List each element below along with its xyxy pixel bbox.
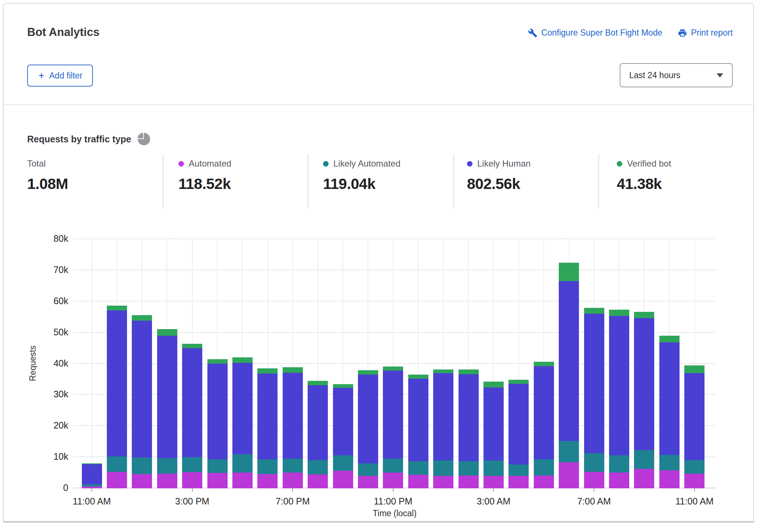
- bar-segment-verified-bot[interactable]: [82, 463, 102, 464]
- bar-segment-likely-human[interactable]: [634, 318, 654, 450]
- bar-segment-likely-automated[interactable]: [107, 456, 127, 471]
- bar-segment-likely-automated[interactable]: [559, 441, 579, 462]
- bar-segment-likely-human[interactable]: [584, 314, 604, 453]
- bar-segment-likely-human[interactable]: [333, 388, 353, 456]
- bar-segment-verified-bot[interactable]: [609, 310, 629, 316]
- bar-segment-automated[interactable]: [82, 486, 102, 488]
- bar-segment-likely-human[interactable]: [433, 373, 453, 460]
- bar-segment-automated[interactable]: [283, 473, 303, 488]
- bar-segment-likely-human[interactable]: [383, 370, 403, 459]
- bar-segment-verified-bot[interactable]: [157, 329, 177, 336]
- bar-segment-verified-bot[interactable]: [634, 312, 654, 318]
- bar-segment-likely-automated[interactable]: [584, 453, 604, 472]
- bar-segment-automated[interactable]: [232, 473, 253, 488]
- bar-segment-likely-human[interactable]: [207, 364, 228, 459]
- bar-segment-likely-human[interactable]: [132, 320, 152, 458]
- bar-segment-likely-automated[interactable]: [132, 458, 152, 474]
- bar-segment-verified-bot[interactable]: [283, 367, 303, 373]
- bar-segment-likely-automated[interactable]: [433, 460, 453, 475]
- bar-segment-verified-bot[interactable]: [433, 369, 453, 373]
- bar-segment-verified-bot[interactable]: [207, 359, 228, 364]
- bar-segment-automated[interactable]: [207, 473, 228, 488]
- bar-segment-verified-bot[interactable]: [508, 380, 529, 384]
- bar-segment-likely-human[interactable]: [659, 342, 680, 455]
- bar-segment-verified-bot[interactable]: [182, 344, 202, 348]
- bar-segment-automated[interactable]: [257, 474, 278, 488]
- bar-segment-likely-human[interactable]: [483, 387, 504, 460]
- bar-segment-automated[interactable]: [383, 473, 403, 488]
- bar-segment-verified-bot[interactable]: [659, 336, 680, 342]
- bar-segment-verified-bot[interactable]: [408, 375, 428, 379]
- bar-segment-verified-bot[interactable]: [383, 367, 403, 371]
- bar-segment-likely-human[interactable]: [459, 374, 479, 461]
- bar-segment-likely-automated[interactable]: [333, 455, 353, 471]
- bar-segment-likely-automated[interactable]: [157, 458, 177, 474]
- bar-segment-automated[interactable]: [609, 473, 629, 488]
- bar-segment-verified-bot[interactable]: [333, 384, 353, 388]
- bar-segment-likely-automated[interactable]: [383, 458, 403, 473]
- bar-segment-automated[interactable]: [534, 475, 554, 488]
- bar-segment-verified-bot[interactable]: [584, 308, 604, 314]
- bar-segment-likely-human[interactable]: [508, 384, 529, 464]
- bar-segment-likely-automated[interactable]: [232, 454, 253, 473]
- bar-segment-automated[interactable]: [182, 472, 202, 488]
- bar-segment-automated[interactable]: [659, 470, 680, 488]
- bar-segment-likely-human[interactable]: [358, 374, 378, 463]
- time-range-dropdown[interactable]: Last 24 hours: [620, 63, 733, 87]
- bar-segment-verified-bot[interactable]: [559, 263, 579, 281]
- bar-segment-likely-automated[interactable]: [283, 458, 303, 473]
- bar-segment-automated[interactable]: [559, 462, 579, 488]
- print-report-link[interactable]: Print report: [678, 28, 733, 38]
- bar-segment-automated[interactable]: [408, 475, 428, 488]
- bar-segment-verified-bot[interactable]: [358, 370, 378, 375]
- bar-segment-likely-human[interactable]: [408, 378, 428, 461]
- bar-segment-likely-human[interactable]: [308, 385, 328, 460]
- bar-segment-automated[interactable]: [333, 470, 353, 488]
- bar-segment-automated[interactable]: [483, 476, 504, 488]
- bar-segment-likely-automated[interactable]: [508, 464, 529, 476]
- bar-segment-automated[interactable]: [308, 474, 328, 488]
- bar-segment-likely-automated[interactable]: [207, 459, 228, 473]
- bar-segment-verified-bot[interactable]: [483, 382, 504, 388]
- bar-segment-likely-human[interactable]: [182, 348, 202, 457]
- bar-segment-likely-human[interactable]: [559, 281, 579, 441]
- bar-segment-likely-automated[interactable]: [358, 463, 378, 476]
- bar-segment-likely-automated[interactable]: [408, 461, 428, 475]
- add-filter-button[interactable]: Add filter: [27, 65, 93, 87]
- bar-segment-automated[interactable]: [584, 471, 604, 488]
- bar-segment-verified-bot[interactable]: [132, 315, 152, 321]
- bar-segment-verified-bot[interactable]: [257, 368, 278, 374]
- bar-segment-likely-automated[interactable]: [82, 484, 102, 487]
- bar-segment-likely-automated[interactable]: [659, 455, 680, 470]
- bar-segment-likely-human[interactable]: [232, 363, 253, 454]
- bar-segment-likely-automated[interactable]: [459, 461, 479, 475]
- bar-segment-automated[interactable]: [433, 475, 453, 488]
- bar-segment-likely-human[interactable]: [684, 373, 705, 460]
- bar-segment-automated[interactable]: [508, 475, 529, 488]
- bar-segment-automated[interactable]: [358, 476, 378, 488]
- bar-segment-likely-human[interactable]: [257, 374, 278, 459]
- bar-segment-automated[interactable]: [634, 469, 654, 488]
- bar-segment-automated[interactable]: [132, 474, 152, 488]
- bar-segment-likely-automated[interactable]: [308, 460, 328, 475]
- bar-segment-verified-bot[interactable]: [107, 306, 127, 310]
- bar-segment-likely-automated[interactable]: [684, 460, 705, 474]
- bar-segment-likely-human[interactable]: [157, 335, 177, 458]
- bar-segment-likely-automated[interactable]: [182, 457, 202, 472]
- bar-segment-verified-bot[interactable]: [684, 365, 705, 374]
- configure-super-bot-fight-mode-link[interactable]: Configure Super Bot Fight Mode: [528, 28, 662, 38]
- bar-segment-verified-bot[interactable]: [459, 369, 479, 374]
- bar-segment-verified-bot[interactable]: [232, 357, 253, 363]
- bar-segment-likely-human[interactable]: [534, 366, 554, 459]
- bar-segment-automated[interactable]: [157, 473, 177, 488]
- bar-segment-likely-automated[interactable]: [634, 450, 654, 469]
- bar-segment-likely-automated[interactable]: [257, 459, 278, 474]
- bar-segment-likely-human[interactable]: [609, 316, 629, 456]
- bar-segment-likely-human[interactable]: [283, 372, 303, 459]
- bar-segment-likely-automated[interactable]: [609, 455, 629, 473]
- bar-segment-automated[interactable]: [684, 473, 705, 488]
- bar-segment-likely-human[interactable]: [107, 310, 127, 456]
- bar-segment-likely-automated[interactable]: [483, 460, 504, 476]
- bar-segment-automated[interactable]: [107, 471, 127, 488]
- bar-segment-verified-bot[interactable]: [534, 362, 554, 366]
